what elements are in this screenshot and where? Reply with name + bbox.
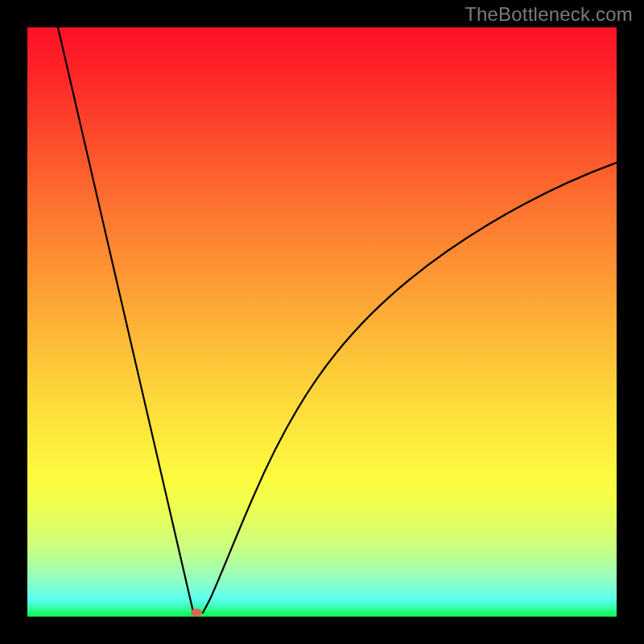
curve-left-branch	[58, 27, 193, 612]
optimal-point-marker	[191, 609, 202, 617]
watermark-text: TheBottleneck.com	[464, 3, 633, 26]
bottleneck-curve	[27, 27, 617, 617]
plot-area	[27, 27, 617, 617]
curve-right-branch	[203, 163, 617, 613]
